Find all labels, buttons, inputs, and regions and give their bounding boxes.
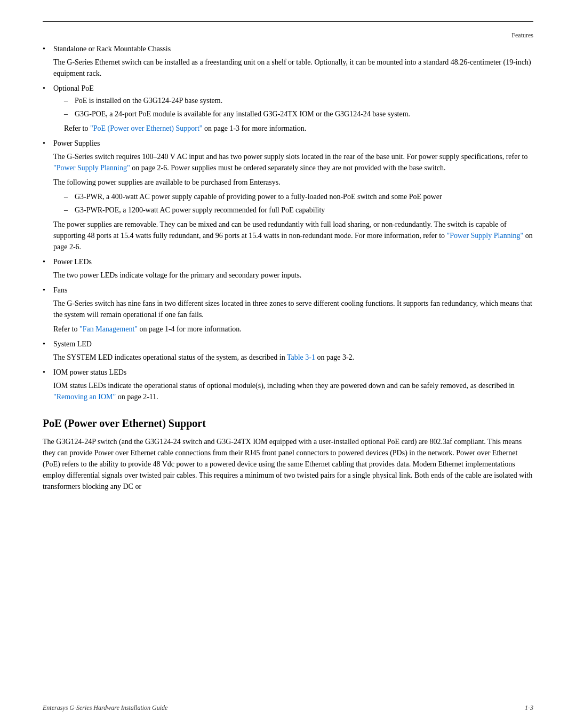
footer-right: 1-3 xyxy=(525,704,533,712)
list-item-fans: Fans The G-Series switch has nine fans i… xyxy=(43,286,533,335)
link-power-supply-planning-1[interactable]: "Power Supply Planning" xyxy=(53,164,130,172)
refer-poe: Refer to "PoE (Power over Ethernet) Supp… xyxy=(64,123,533,134)
list-item-system-led: System LED The SYSTEM LED indicates oper… xyxy=(43,340,533,363)
bullet-title-standalone: Standalone or Rack Mountable Chassis xyxy=(53,45,171,53)
main-content: Standalone or Rack Mountable Chassis The… xyxy=(43,45,533,492)
sub-list-optional-poe: PoE is installed on the G3G124-24P base … xyxy=(64,95,533,120)
bullet-title-fans: Fans xyxy=(53,286,67,294)
section-heading-poe: PoE (Power over Ethernet) Support xyxy=(43,417,533,430)
bullet-title-iom-power-status: IOM power status LEDs xyxy=(53,368,126,376)
bullet-title-power-supplies: Power Supplies xyxy=(53,139,100,147)
link-power-supply-planning-2[interactable]: "Power Supply Planning" xyxy=(447,232,524,240)
page-footer: Enterasys G-Series Hardware Installation… xyxy=(43,704,533,712)
body-text-standalone: The G-Series Ethernet switch can be inst… xyxy=(53,57,533,79)
bullet-title-power-leds: Power LEDs xyxy=(53,258,92,266)
page: Features Standalone or Rack Mountable Ch… xyxy=(0,0,576,728)
sub-item-ps-2: G3-PWR-POE, a 1200-watt AC power supply … xyxy=(64,204,533,216)
top-rule xyxy=(43,21,533,22)
list-item-standalone: Standalone or Rack Mountable Chassis The… xyxy=(43,45,533,79)
body-text-fans: The G-Series switch has nine fans in two… xyxy=(53,298,533,320)
sub-list-power-supplies: G3-PWR, a 400-watt AC power supply capab… xyxy=(64,191,533,216)
list-item-power-leds: Power LEDs The two power LEDs indicate v… xyxy=(43,258,533,281)
list-item-optional-poe: Optional PoE PoE is installed on the G3G… xyxy=(43,84,533,134)
sub-item-ps-1: G3-PWR, a 400-watt AC power supply capab… xyxy=(64,191,533,202)
body-text-power-supplies-2: The following power supplies are availab… xyxy=(53,177,533,188)
link-fan-management[interactable]: "Fan Management" xyxy=(79,325,138,333)
body-text-power-supplies-3: The power supplies are removable. They c… xyxy=(53,219,533,252)
body-text-power-leds: The two power LEDs indicate voltage for … xyxy=(53,270,533,281)
section-body-poe: The G3G124-24P switch (and the G3G124-24… xyxy=(43,436,533,492)
link-removing-iom[interactable]: "Removing an IOM" xyxy=(53,393,116,401)
body-text-power-supplies-1: The G-Series switch requires 100–240 V A… xyxy=(53,151,533,173)
refer-fans: Refer to "Fan Management" on page 1-4 fo… xyxy=(53,323,533,335)
feature-list: Standalone or Rack Mountable Chassis The… xyxy=(43,45,533,402)
page-header: Features xyxy=(43,31,533,39)
sub-item-poe-2: G3G-POE, a 24-port PoE module is availab… xyxy=(64,108,533,120)
body-text-iom-power-status: IOM status LEDs indicate the operational… xyxy=(53,380,533,402)
header-label: Features xyxy=(511,31,533,39)
link-poe-support[interactable]: "PoE (Power over Ethernet) Support" xyxy=(90,124,203,132)
footer-left: Enterasys G-Series Hardware Installation… xyxy=(43,704,167,712)
sub-item-poe-1: PoE is installed on the G3G124-24P base … xyxy=(64,95,533,106)
link-table-3-1[interactable]: Table 3-1 xyxy=(287,353,315,361)
list-item-power-supplies: Power Supplies The G-Series switch requi… xyxy=(43,139,533,252)
bullet-title-system-led: System LED xyxy=(53,340,92,348)
list-item-iom-power-status: IOM power status LEDs IOM status LEDs in… xyxy=(43,368,533,402)
bullet-title-optional-poe: Optional PoE xyxy=(53,84,94,92)
body-text-system-led: The SYSTEM LED indicates operational sta… xyxy=(53,352,533,363)
